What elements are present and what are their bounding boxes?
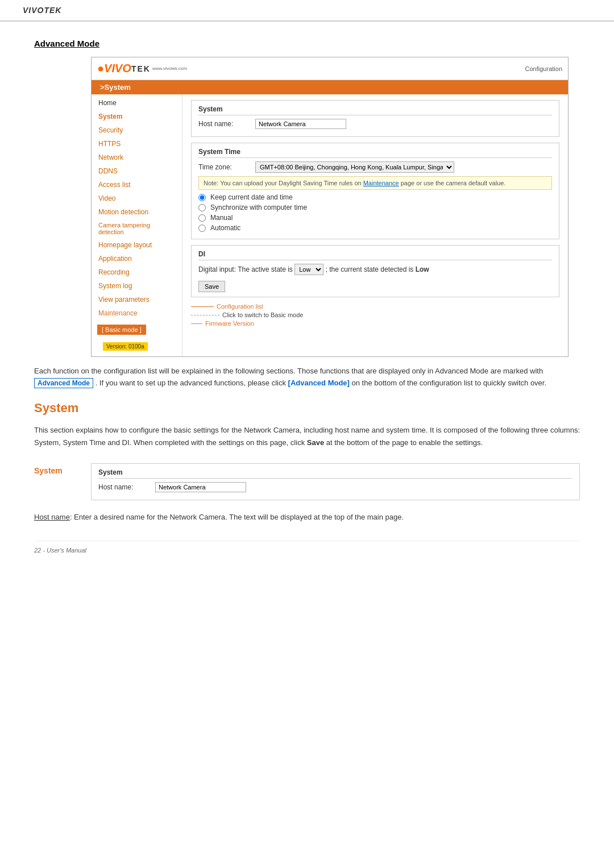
config-list-text: Configuration list xyxy=(217,303,263,310)
host-name-description: Host name: Enter a desired name for the … xyxy=(34,512,580,524)
browser-logo-bar: ●VIVOTEK www.vivotek.com Configuration xyxy=(92,57,568,80)
basic-mode-button[interactable]: [ Basic mode ] xyxy=(97,325,146,335)
sidebar-item-system[interactable]: System xyxy=(92,110,182,123)
radio-automatic-input[interactable] xyxy=(198,225,206,232)
browser-simulation: ●VIVOTEK www.vivotek.com Configuration >… xyxy=(91,57,569,357)
version-badge: Version: 0100a xyxy=(103,342,148,351)
timezone-row: Time zone: GMT+08:00 Beijing, Chongqing,… xyxy=(198,161,552,173)
sidebar-item-system-log[interactable]: System log xyxy=(92,279,182,293)
system-section-box: System Host name: xyxy=(191,100,559,137)
advanced-mode-link[interactable]: [Advanced Mode] xyxy=(288,379,350,387)
browser-vivotek-logo: ●VIVOTEK www.vivotek.com xyxy=(97,62,187,75)
note-box: Note: You can upload your Daylight Savin… xyxy=(198,176,552,190)
sidebar-item-maintenance[interactable]: Maintenance xyxy=(92,306,182,320)
di-section-box: DI Digital input: The active state is Lo… xyxy=(191,245,559,297)
di-section-title: DI xyxy=(198,250,552,260)
logo-v: ●VIVO xyxy=(97,62,131,75)
config-list-annotation: Configuration list xyxy=(191,303,559,310)
system-time-title: System Time xyxy=(198,148,552,158)
click-basic-text: Click to switch to Basic mode xyxy=(222,312,303,318)
di-active-state-select[interactable]: Low High xyxy=(294,264,323,275)
system-section-title: System xyxy=(198,105,552,115)
radio-keep-current: Keep current date and time xyxy=(198,193,552,201)
host-name-row: Host name: xyxy=(198,119,552,129)
sidebar-item-home[interactable]: Home xyxy=(92,94,182,110)
timezone-select[interactable]: GMT+08:00 Beijing, Chongqing, Hong Kong,… xyxy=(255,161,454,173)
sidebar-item-ddns[interactable]: DDNS xyxy=(92,164,182,178)
system-header-bar: >System xyxy=(92,80,568,94)
main-content: Advanced Mode ●VIVOTEK www.vivotek.com C… xyxy=(0,22,614,571)
radio-automatic: Automatic xyxy=(198,224,552,232)
sidebar-item-motion-detection[interactable]: Motion detection xyxy=(92,205,182,219)
save-button[interactable]: Save xyxy=(198,281,225,292)
firmware-text: Firmware Version xyxy=(205,320,254,327)
host-name-input[interactable] xyxy=(255,119,346,129)
sidebar-item-view-parameters[interactable]: View parameters xyxy=(92,293,182,306)
sidebar-item-camera-tampering[interactable]: Camera tampering detection xyxy=(92,219,182,238)
system-description-para: This section explains how to configure t… xyxy=(34,424,580,449)
sidebar-item-access-list[interactable]: Access list xyxy=(92,178,182,192)
firmware-annotation: Firmware Version xyxy=(191,320,559,327)
sidebar-item-network[interactable]: Network xyxy=(92,151,182,164)
advanced-mode-badge: Advanced Mode xyxy=(34,378,93,388)
click-basic-annotation: Click to switch to Basic mode xyxy=(191,312,559,318)
sidebar-item-video[interactable]: Video xyxy=(92,192,182,205)
system-subsection: System System Host name: xyxy=(34,463,580,500)
page-footer: 22 - User's Manual xyxy=(34,541,580,554)
host-name-desc-label: Host name xyxy=(34,513,70,521)
vivotek-logo: VIVOTEK xyxy=(23,6,61,15)
host-name-label: Host name: xyxy=(198,120,255,128)
system-time-section-box: System Time Time zone: GMT+08:00 Beijing… xyxy=(191,143,559,239)
maintenance-link[interactable]: Maintenance xyxy=(363,180,399,186)
advanced-mode-section-title: Advanced Mode xyxy=(34,39,580,48)
timezone-label: Time zone: xyxy=(198,163,255,171)
radio-sync-computer: Synchronize with computer time xyxy=(198,203,552,211)
radio-keep-input[interactable] xyxy=(198,194,206,201)
system-host-name-row: Host name: xyxy=(98,482,572,492)
system-subsection-label: System xyxy=(34,466,91,475)
sidebar-item-application[interactable]: Application xyxy=(92,252,182,265)
sidebar-item-recording[interactable]: Recording xyxy=(92,265,182,279)
sidebar-item-security[interactable]: Security xyxy=(92,123,182,137)
logo-text: TEK xyxy=(131,64,151,73)
config-label: Configuration xyxy=(525,65,562,72)
radio-sync-input[interactable] xyxy=(198,204,206,211)
sidebar: Home System Security HTTPS Network DDNS … xyxy=(92,94,182,356)
radio-manual-input[interactable] xyxy=(198,214,206,222)
main-panel: System Host name: System Time Time zone:… xyxy=(182,94,568,356)
system-host-name-label: Host name: xyxy=(98,483,155,491)
radio-manual: Manual xyxy=(198,214,552,222)
system-host-name-input[interactable] xyxy=(155,482,246,492)
logo-subtitle: www.vivotek.com xyxy=(152,66,187,71)
browser-body: Home System Security HTTPS Network DDNS … xyxy=(92,94,568,356)
di-text-row: Digital input: The active state is Low H… xyxy=(198,264,552,275)
sidebar-item-https[interactable]: HTTPS xyxy=(92,137,182,151)
system-subsection-box: System Host name: xyxy=(91,463,580,500)
description-paragraph: Each function on the configuration list … xyxy=(34,366,580,389)
config-list-line xyxy=(191,306,214,307)
system-subsection-title: System xyxy=(98,468,572,479)
sidebar-item-homepage-layout[interactable]: Homepage layout xyxy=(92,238,182,252)
top-header: VIVOTEK xyxy=(0,0,614,22)
system-section-heading: System xyxy=(34,401,580,416)
